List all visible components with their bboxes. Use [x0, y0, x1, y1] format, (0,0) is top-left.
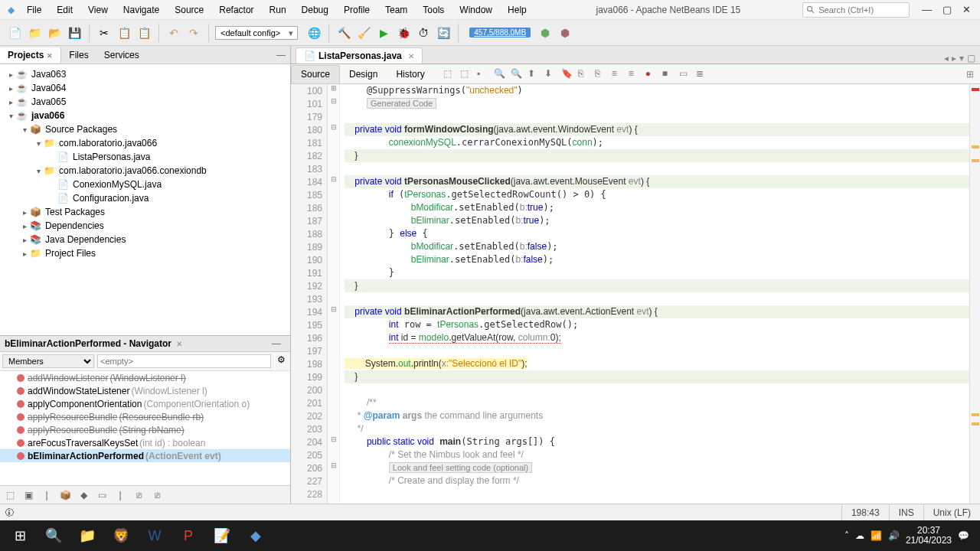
navigator-item[interactable]: applyResourceBundle(ResourceBundle rb): [0, 410, 290, 423]
pause-gc-icon[interactable]: ⬢: [537, 24, 554, 41]
save-all-icon[interactable]: 💾: [66, 24, 83, 41]
menu-team[interactable]: Team: [377, 2, 415, 18]
subtab-design[interactable]: Design: [340, 66, 387, 83]
tray-notifications-icon[interactable]: 💬: [958, 530, 969, 541]
tree-row[interactable]: ▸📦Test Packages: [2, 205, 289, 219]
editor-split-icon[interactable]: ⊞: [960, 69, 980, 80]
menu-navigate[interactable]: Navigate: [116, 2, 167, 18]
tab-services[interactable]: Services: [96, 47, 147, 63]
tray-onedrive-icon[interactable]: ☁: [855, 530, 864, 541]
profile-icon[interactable]: ⏱: [415, 24, 432, 41]
start-button[interactable]: ⊞: [3, 520, 37, 551]
projects-tree[interactable]: ▸☕Java063▸☕Java064▸☕Java065▾☕java066▾📦So…: [0, 64, 290, 335]
menu-debug[interactable]: Debug: [294, 2, 336, 18]
tree-row[interactable]: ▾📦Source Packages: [2, 122, 289, 136]
et-bookmark[interactable]: 🔖: [561, 68, 573, 80]
et-next[interactable]: ⬇: [544, 68, 557, 80]
cut-icon[interactable]: ✂: [96, 24, 113, 41]
nav-ic7[interactable]: ⎚: [150, 490, 164, 500]
run-icon[interactable]: ▶: [375, 24, 392, 41]
maximize-button[interactable]: ▢: [942, 4, 952, 15]
error-strip[interactable]: [969, 84, 980, 504]
tree-row[interactable]: 📄ListaPersonas.java: [2, 150, 289, 164]
navigator-item[interactable]: addWindowListener(WindowListener l): [0, 371, 290, 384]
tree-row[interactable]: ▸☕Java064: [2, 81, 289, 95]
et-ic2[interactable]: ⬚: [460, 68, 472, 80]
clean-build-icon[interactable]: 🧹: [355, 24, 372, 41]
reload-icon[interactable]: 🔄: [435, 24, 452, 41]
navigator-filter-input[interactable]: [97, 354, 271, 368]
et-ic14[interactable]: ▭: [679, 68, 691, 80]
navigator-item[interactable]: applyResourceBundle(String rbName): [0, 423, 290, 436]
tab-projects[interactable]: Projects✕: [0, 47, 61, 63]
tab-next-icon[interactable]: ▸: [952, 53, 956, 64]
subtab-history[interactable]: History: [387, 66, 433, 83]
taskbar-powerpoint[interactable]: P: [172, 520, 205, 551]
navigator-item[interactable]: bEliminarActionPerformed(ActionEvent evt…: [0, 449, 290, 462]
et-ic11[interactable]: ≡: [629, 68, 641, 80]
navigator-config-icon[interactable]: ⚙: [274, 354, 288, 368]
editor-tab-listapersonas[interactable]: 📄 ListaPersonas.java ✕: [296, 47, 423, 64]
globe-icon[interactable]: 🌐: [305, 24, 322, 41]
et-record[interactable]: ●: [645, 68, 658, 80]
et-ic8[interactable]: ⎘: [578, 68, 590, 80]
status-line-ending[interactable]: Unix (LF): [923, 504, 980, 520]
nav-ic4[interactable]: ◆: [77, 490, 90, 500]
build-icon[interactable]: 🔨: [335, 24, 352, 41]
fold-column[interactable]: ⊞⊟⊟⊟⊟⊟⊟: [328, 84, 340, 504]
nav-ic5[interactable]: ▭: [95, 490, 109, 500]
menu-file[interactable]: File: [19, 2, 49, 18]
status-insert-mode[interactable]: INS: [889, 504, 923, 520]
et-find[interactable]: 🔍: [494, 68, 506, 80]
et-replace[interactable]: 🔍: [511, 68, 523, 80]
navigator-list[interactable]: addWindowListener(WindowListener l)addWi…: [0, 371, 290, 485]
taskbar-word[interactable]: W: [138, 520, 172, 551]
redo-icon[interactable]: ↷: [185, 24, 202, 41]
config-dropdown[interactable]: <default config>: [215, 26, 298, 40]
menu-source[interactable]: Source: [167, 2, 211, 18]
navigator-item[interactable]: addWindowStateListener(WindowListener l): [0, 384, 290, 397]
open-project-icon[interactable]: 📂: [46, 24, 63, 41]
tray-wifi-icon[interactable]: 📶: [871, 530, 882, 541]
tree-row[interactable]: ▸☕Java065: [2, 95, 289, 109]
et-prev[interactable]: ⬆: [528, 68, 540, 80]
tray-volume-icon[interactable]: 🔊: [888, 530, 900, 541]
tab-max-icon[interactable]: ▢: [967, 53, 975, 64]
menu-refactor[interactable]: Refactor: [211, 2, 261, 18]
taskbar-search[interactable]: 🔍: [37, 520, 70, 551]
et-ic9[interactable]: ⎘: [595, 68, 607, 80]
tree-row[interactable]: 📄Configuracion.java: [2, 191, 289, 205]
navigator-mode-select[interactable]: Members: [2, 354, 94, 368]
nav-ic2[interactable]: ▣: [21, 490, 35, 500]
undo-icon[interactable]: ↶: [165, 24, 182, 41]
menu-view[interactable]: View: [80, 2, 116, 18]
search-input[interactable]: [818, 5, 906, 15]
paste-icon[interactable]: 📋: [136, 24, 152, 41]
menu-tools[interactable]: Tools: [415, 2, 452, 18]
tree-row[interactable]: ▾☕java066: [2, 109, 289, 122]
taskbar-notepad[interactable]: 📝: [205, 520, 239, 551]
tree-row[interactable]: ▾📁com.laboratorio.java066.conexiondb: [2, 164, 289, 178]
tree-row[interactable]: ▸📚Dependencies: [2, 219, 289, 233]
menu-window[interactable]: Window: [452, 2, 500, 18]
tab-files[interactable]: Files: [61, 47, 96, 63]
tab-prev-icon[interactable]: ◂: [944, 53, 949, 64]
menu-profile[interactable]: Profile: [336, 2, 377, 18]
navigator-minimize[interactable]: —: [267, 338, 286, 349]
menu-run[interactable]: Run: [262, 2, 294, 18]
et-ic1[interactable]: ⬚: [443, 68, 456, 80]
tree-row[interactable]: ▸📚Java Dependencies: [2, 233, 289, 246]
nav-ic6[interactable]: ⎚: [132, 490, 145, 500]
status-notification-icon[interactable]: 🛈: [0, 507, 14, 518]
et-ic15[interactable]: ≣: [696, 68, 708, 80]
subtab-source[interactable]: Source: [291, 65, 340, 83]
et-ic10[interactable]: ≡: [612, 68, 624, 80]
debug-icon[interactable]: 🐞: [395, 24, 412, 41]
line-gutter[interactable]: 1001011791801811821831841851861871881891…: [291, 84, 328, 504]
tree-row[interactable]: ▾📁com.laboratorio.java066: [2, 136, 289, 150]
navigator-item[interactable]: applyComponentOrientation(ComponentOrien…: [0, 397, 290, 410]
et-stop[interactable]: ■: [662, 68, 675, 80]
minimize-button[interactable]: —: [922, 4, 932, 15]
menu-help[interactable]: Help: [500, 2, 534, 18]
quick-search[interactable]: [802, 2, 910, 18]
